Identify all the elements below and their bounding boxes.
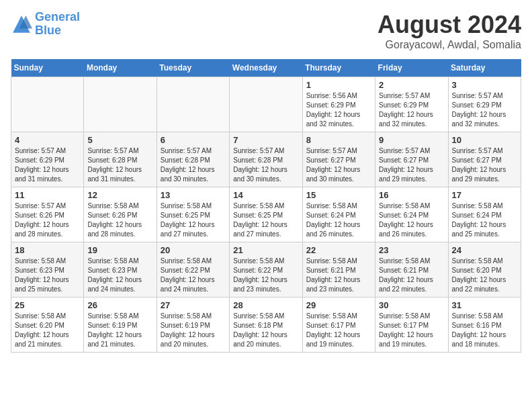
day-number: 1 xyxy=(306,80,371,90)
calendar-day: 10Sunrise: 5:57 AM Sunset: 6:27 PM Dayli… xyxy=(448,132,521,187)
calendar-day: 1Sunrise: 5:56 AM Sunset: 6:29 PM Daylig… xyxy=(302,77,375,132)
calendar-day: 11Sunrise: 5:57 AM Sunset: 6:26 PM Dayli… xyxy=(11,187,84,242)
day-info: Sunrise: 5:58 AM Sunset: 6:19 PM Dayligh… xyxy=(87,312,152,349)
empty-day xyxy=(157,77,229,132)
location: Gorayacowl, Awdal, Somalia xyxy=(378,39,521,51)
day-info: Sunrise: 5:58 AM Sunset: 6:16 PM Dayligh… xyxy=(452,312,517,349)
logo-icon xyxy=(11,13,32,35)
calendar-day: 26Sunrise: 5:58 AM Sunset: 6:19 PM Dayli… xyxy=(84,298,157,353)
calendar-day: 20Sunrise: 5:58 AM Sunset: 6:22 PM Dayli… xyxy=(157,242,229,298)
weekday-header: Thursday xyxy=(302,59,375,77)
day-info: Sunrise: 5:58 AM Sunset: 6:19 PM Dayligh… xyxy=(161,312,226,349)
day-number: 24 xyxy=(452,245,517,255)
day-info: Sunrise: 5:57 AM Sunset: 6:29 PM Dayligh… xyxy=(379,91,444,129)
calendar-day: 30Sunrise: 5:58 AM Sunset: 6:17 PM Dayli… xyxy=(375,298,448,353)
week-row: 4Sunrise: 5:57 AM Sunset: 6:29 PM Daylig… xyxy=(11,132,521,187)
calendar-day: 3Sunrise: 5:57 AM Sunset: 6:29 PM Daylig… xyxy=(448,77,521,132)
weekday-header: Friday xyxy=(375,59,448,77)
day-number: 8 xyxy=(306,135,371,145)
logo: General Blue xyxy=(11,11,80,38)
day-number: 2 xyxy=(379,80,444,90)
calendar-day: 7Sunrise: 5:57 AM Sunset: 6:28 PM Daylig… xyxy=(230,132,302,187)
day-number: 14 xyxy=(233,190,298,200)
calendar-day: 9Sunrise: 5:57 AM Sunset: 6:27 PM Daylig… xyxy=(375,132,448,187)
week-row: 25Sunrise: 5:58 AM Sunset: 6:20 PM Dayli… xyxy=(11,298,521,353)
title-block: August 2024 Gorayacowl, Awdal, Somalia xyxy=(378,11,521,51)
weekday-header-row: SundayMondayTuesdayWednesdayThursdayFrid… xyxy=(11,59,521,77)
day-info: Sunrise: 5:57 AM Sunset: 6:29 PM Dayligh… xyxy=(452,91,517,129)
weekday-header: Wednesday xyxy=(230,59,302,77)
day-info: Sunrise: 5:58 AM Sunset: 6:17 PM Dayligh… xyxy=(306,312,371,349)
day-number: 6 xyxy=(161,135,226,145)
day-number: 16 xyxy=(379,190,444,200)
day-number: 17 xyxy=(452,190,517,200)
day-info: Sunrise: 5:58 AM Sunset: 6:22 PM Dayligh… xyxy=(161,257,226,294)
day-info: Sunrise: 5:58 AM Sunset: 6:24 PM Dayligh… xyxy=(452,201,517,239)
empty-day xyxy=(11,77,84,132)
day-info: Sunrise: 5:58 AM Sunset: 6:21 PM Dayligh… xyxy=(379,257,444,294)
day-number: 3 xyxy=(452,80,517,90)
calendar-day: 25Sunrise: 5:58 AM Sunset: 6:20 PM Dayli… xyxy=(11,298,84,353)
day-info: Sunrise: 5:58 AM Sunset: 6:18 PM Dayligh… xyxy=(233,312,298,349)
day-info: Sunrise: 5:58 AM Sunset: 6:23 PM Dayligh… xyxy=(87,257,152,294)
weekday-header: Saturday xyxy=(448,59,521,77)
calendar-day: 29Sunrise: 5:58 AM Sunset: 6:17 PM Dayli… xyxy=(302,298,375,353)
empty-day xyxy=(230,77,302,132)
logo-line1: General xyxy=(35,10,80,24)
day-info: Sunrise: 5:57 AM Sunset: 6:28 PM Dayligh… xyxy=(87,146,152,184)
day-number: 4 xyxy=(15,135,80,145)
day-number: 7 xyxy=(233,135,298,145)
day-info: Sunrise: 5:58 AM Sunset: 6:25 PM Dayligh… xyxy=(233,201,298,239)
calendar-day: 4Sunrise: 5:57 AM Sunset: 6:29 PM Daylig… xyxy=(11,132,84,187)
day-info: Sunrise: 5:57 AM Sunset: 6:26 PM Dayligh… xyxy=(15,201,80,239)
weekday-header: Tuesday xyxy=(157,59,229,77)
calendar-day: 22Sunrise: 5:58 AM Sunset: 6:21 PM Dayli… xyxy=(302,242,375,298)
day-info: Sunrise: 5:57 AM Sunset: 6:27 PM Dayligh… xyxy=(379,146,444,184)
calendar-day: 6Sunrise: 5:57 AM Sunset: 6:28 PM Daylig… xyxy=(157,132,229,187)
day-number: 30 xyxy=(379,300,444,310)
day-number: 29 xyxy=(306,300,371,310)
day-info: Sunrise: 5:57 AM Sunset: 6:27 PM Dayligh… xyxy=(306,146,371,184)
day-info: Sunrise: 5:57 AM Sunset: 6:28 PM Dayligh… xyxy=(233,146,298,184)
day-number: 21 xyxy=(233,245,298,255)
weekday-header: Sunday xyxy=(11,59,84,77)
day-number: 18 xyxy=(15,245,80,255)
calendar-day: 24Sunrise: 5:58 AM Sunset: 6:20 PM Dayli… xyxy=(448,242,521,298)
calendar-day: 27Sunrise: 5:58 AM Sunset: 6:19 PM Dayli… xyxy=(157,298,229,353)
day-number: 19 xyxy=(87,245,152,255)
day-info: Sunrise: 5:58 AM Sunset: 6:20 PM Dayligh… xyxy=(452,257,517,294)
calendar-day: 21Sunrise: 5:58 AM Sunset: 6:22 PM Dayli… xyxy=(230,242,302,298)
calendar-day: 16Sunrise: 5:58 AM Sunset: 6:24 PM Dayli… xyxy=(375,187,448,242)
day-number: 13 xyxy=(161,190,226,200)
day-info: Sunrise: 5:58 AM Sunset: 6:20 PM Dayligh… xyxy=(15,312,80,349)
day-number: 22 xyxy=(306,245,371,255)
day-number: 20 xyxy=(161,245,226,255)
calendar-day: 12Sunrise: 5:58 AM Sunset: 6:26 PM Dayli… xyxy=(84,187,157,242)
calendar-table: SundayMondayTuesdayWednesdayThursdayFrid… xyxy=(11,59,521,353)
day-info: Sunrise: 5:58 AM Sunset: 6:22 PM Dayligh… xyxy=(233,257,298,294)
day-info: Sunrise: 5:58 AM Sunset: 6:21 PM Dayligh… xyxy=(306,257,371,294)
calendar-day: 17Sunrise: 5:58 AM Sunset: 6:24 PM Dayli… xyxy=(448,187,521,242)
calendar-day: 5Sunrise: 5:57 AM Sunset: 6:28 PM Daylig… xyxy=(84,132,157,187)
day-info: Sunrise: 5:58 AM Sunset: 6:24 PM Dayligh… xyxy=(306,201,371,239)
week-row: 11Sunrise: 5:57 AM Sunset: 6:26 PM Dayli… xyxy=(11,187,521,242)
logo-line2: Blue xyxy=(35,24,61,37)
calendar-day: 19Sunrise: 5:58 AM Sunset: 6:23 PM Dayli… xyxy=(84,242,157,298)
day-number: 26 xyxy=(87,300,152,310)
day-number: 9 xyxy=(379,135,444,145)
day-number: 28 xyxy=(233,300,298,310)
day-number: 10 xyxy=(452,135,517,145)
week-row: 18Sunrise: 5:58 AM Sunset: 6:23 PM Dayli… xyxy=(11,242,521,298)
calendar-day: 8Sunrise: 5:57 AM Sunset: 6:27 PM Daylig… xyxy=(302,132,375,187)
day-number: 31 xyxy=(452,300,517,310)
calendar-day: 15Sunrise: 5:58 AM Sunset: 6:24 PM Dayli… xyxy=(302,187,375,242)
calendar-day: 23Sunrise: 5:58 AM Sunset: 6:21 PM Dayli… xyxy=(375,242,448,298)
day-info: Sunrise: 5:58 AM Sunset: 6:17 PM Dayligh… xyxy=(379,312,444,349)
day-number: 15 xyxy=(306,190,371,200)
day-number: 25 xyxy=(15,300,80,310)
calendar-day: 13Sunrise: 5:58 AM Sunset: 6:25 PM Dayli… xyxy=(157,187,229,242)
day-info: Sunrise: 5:57 AM Sunset: 6:27 PM Dayligh… xyxy=(452,146,517,184)
calendar-day: 14Sunrise: 5:58 AM Sunset: 6:25 PM Dayli… xyxy=(230,187,302,242)
day-number: 11 xyxy=(15,190,80,200)
day-number: 23 xyxy=(379,245,444,255)
